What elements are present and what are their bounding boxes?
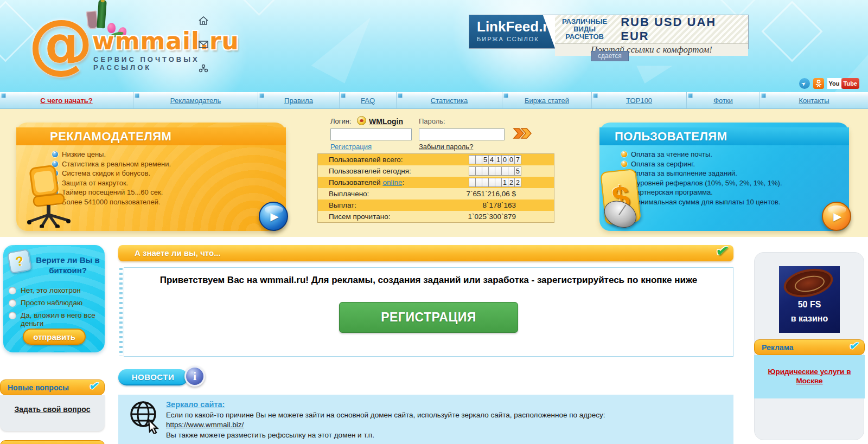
nav-bullet-icon bbox=[593, 93, 598, 98]
poll-widget: ? Верите ли Вы в биткоин? Нет, это лохот… bbox=[3, 245, 105, 352]
news-item: Зеркало сайта: Если по какой-то причине … bbox=[118, 395, 733, 444]
news-line2: Вы также можете разместить рефссылку на … bbox=[166, 431, 605, 439]
nav-item[interactable]: Фотки bbox=[686, 92, 760, 108]
champagne-bottle-icon bbox=[97, 0, 107, 28]
list-item: Минимальная сумма для выплаты 10 центов. bbox=[621, 197, 849, 207]
nav-item[interactable]: TOP100 bbox=[591, 92, 686, 108]
list-item: 5 уровней рефералов (10%, 5%, 2%, 1%, 1%… bbox=[621, 178, 849, 188]
nav-item[interactable]: Правила bbox=[258, 92, 339, 108]
advertisers-play-button[interactable] bbox=[259, 202, 288, 231]
nav-bullet-icon bbox=[688, 93, 693, 98]
forgot-password-link[interactable]: Забыли пароль? bbox=[419, 143, 473, 151]
legal-services-ad-link[interactable]: Юридические услуги в Москве bbox=[761, 367, 858, 385]
linkfeed-brand-subtitle: БИРЖА ССЫЛОК bbox=[477, 36, 555, 42]
logo-domain: wmmail.ru bbox=[92, 27, 239, 55]
radio-button[interactable] bbox=[9, 299, 16, 307]
nav-item[interactable]: Статистика bbox=[396, 92, 502, 108]
webmoney-icon bbox=[357, 116, 366, 125]
checkmark-icon: ✔ bbox=[88, 378, 101, 395]
list-item: Более 541000 пользователей. bbox=[52, 197, 286, 207]
radio-button[interactable] bbox=[9, 287, 16, 294]
stats-row: Выплат:8`178`163 bbox=[318, 200, 554, 211]
online-users-link[interactable]: online bbox=[382, 178, 402, 186]
nav-bullet-icon bbox=[761, 93, 766, 98]
nav-item[interactable]: Контакты bbox=[760, 92, 868, 108]
stats-row: Пользователей всего:541007 bbox=[318, 154, 554, 165]
password-input[interactable] bbox=[419, 128, 505, 140]
users-block: ПОЛЬЗОВАТЕЛЯМ Оплата за чтение почты.Опл… bbox=[599, 123, 849, 231]
logo-subtitle: СЕРВИС ПОЧТОВЫХ РАССЫЛОК bbox=[93, 55, 207, 72]
mirror-site-link[interactable]: https://www.wmmail.biz/ bbox=[166, 421, 244, 429]
poll-option[interactable]: Да, вложил в него все деньги bbox=[9, 311, 101, 327]
register-link[interactable]: Регистрация bbox=[330, 143, 372, 151]
sitemap-icon[interactable] bbox=[199, 64, 208, 73]
stats-label: Пользователей сегодня: bbox=[318, 167, 469, 175]
nav-item[interactable]: Биржа статей bbox=[502, 92, 591, 108]
dashed-border-decor bbox=[119, 268, 123, 356]
poll-option[interactable]: Просто наблюдаю bbox=[9, 299, 101, 307]
poll-submit-button[interactable]: отправить bbox=[23, 329, 86, 345]
radio-button[interactable] bbox=[9, 312, 16, 319]
envelope-decor-icon bbox=[242, 0, 277, 16]
linkfeed-feature-line2: ВИДЫ РАСЧЕТОВ bbox=[555, 25, 614, 41]
poll-question: Верите ли Вы в биткоин? bbox=[35, 255, 101, 275]
users-play-button[interactable] bbox=[822, 202, 851, 231]
linkfeed-tagline: Покупай ссылки с комфортом! bbox=[555, 43, 748, 56]
news-section-header[interactable]: НОВОСТИ bbox=[118, 369, 188, 385]
checkmark-icon: ✔ bbox=[848, 338, 861, 355]
ask-question-link[interactable]: Задать свой вопрос bbox=[15, 405, 91, 414]
stats-value: 8`178`163 bbox=[482, 201, 554, 209]
stats-label: Писем прочитано: bbox=[318, 213, 468, 221]
nav-item[interactable]: Рекламодатель bbox=[133, 92, 258, 108]
login-submit-arrow-button[interactable] bbox=[513, 125, 532, 141]
wmlogin-link[interactable]: WMLogin bbox=[369, 117, 403, 126]
nav-item[interactable]: FAQ bbox=[339, 92, 396, 108]
bullet-icon bbox=[621, 151, 627, 157]
new-questions-header[interactable]: Новые вопросы ✔ bbox=[0, 379, 105, 395]
casino-ad-banner[interactable]: 50 FS в казино bbox=[779, 266, 840, 333]
home-icon[interactable] bbox=[199, 16, 208, 25]
login-input[interactable] bbox=[330, 128, 412, 140]
arrow-decor-icon bbox=[636, 52, 674, 83]
linkfeed-ad-banner[interactable]: LinkFeed.ru БИРЖА ССЫЛОК РАЗЛИЧНЫЕ ВИДЫ … bbox=[469, 15, 749, 49]
list-item: Оплата за чтение почты. bbox=[621, 150, 849, 159]
bullet-icon bbox=[621, 161, 627, 167]
poll-option[interactable]: Нет, это лохотрон bbox=[9, 286, 101, 294]
news-title-link[interactable]: Зеркало сайта: bbox=[166, 400, 225, 409]
dollar-icon: $ bbox=[600, 169, 641, 225]
login-label: Логин: bbox=[330, 117, 352, 125]
wmmail-homepage: @ wmmail.ru СЕРВИС ПОЧТОВЫХ РАССЫЛОК Lin… bbox=[0, 0, 868, 444]
banner-slot-label[interactable]: сдается bbox=[591, 51, 629, 61]
site-logo[interactable]: @ wmmail.ru СЕРВИС ПОЧТОВЫХ РАССЫЛОК bbox=[28, 1, 207, 88]
list-item: Статистика в реальном времени. bbox=[52, 159, 286, 169]
arrow-decor-icon bbox=[311, 3, 378, 83]
list-item: Система скидок и бонусов. bbox=[52, 169, 286, 178]
list-item: Оплата за серфинг. bbox=[621, 159, 849, 169]
at-symbol-icon: @ bbox=[28, 5, 93, 81]
bullet-icon bbox=[52, 151, 58, 157]
nav-bullet-icon bbox=[341, 93, 346, 98]
reklama-panel: Юридические услуги в Москве bbox=[754, 355, 865, 398]
question-mark-icon: ? bbox=[7, 249, 32, 274]
linkfeed-brand-block: LinkFeed.ru БИРЖА ССЫЛОК bbox=[469, 15, 555, 48]
registration-button[interactable]: РЕГИСТРАЦИЯ bbox=[339, 302, 518, 333]
odnoklassniki-icon[interactable] bbox=[813, 78, 824, 89]
telegram-icon[interactable] bbox=[799, 78, 810, 89]
stats-label: Выплачено: bbox=[318, 190, 466, 198]
next-section-header-partial bbox=[0, 440, 105, 444]
users-title: ПОЛЬЗОВАТЕЛЯМ bbox=[599, 127, 849, 145]
stats-row: Пользователей сегодня:5 bbox=[318, 165, 554, 177]
password-label: Пароль: bbox=[419, 117, 445, 125]
stats-value: 541007 bbox=[469, 155, 554, 164]
stats-value: 1`025`300`879 bbox=[468, 213, 554, 221]
globe-cursor-icon bbox=[129, 400, 161, 434]
did-you-know-banner[interactable]: А знаете ли вы, что... ✔ bbox=[118, 245, 733, 261]
list-item: Оплата за выполнение заданий. bbox=[621, 169, 849, 178]
stats-label: Пользователей online: bbox=[318, 178, 469, 186]
login-form: Логин: WMLogin Пароль: Регистрация Забыл… bbox=[326, 114, 559, 148]
youtube-icon[interactable]: You Tube bbox=[827, 78, 859, 89]
stats-row: Пользователей online:122 bbox=[318, 177, 554, 188]
news-line1: Если по какой-то причине Вы не можете за… bbox=[166, 411, 605, 419]
nav-item[interactable]: С чего начать? bbox=[0, 92, 133, 108]
mail-icon[interactable] bbox=[199, 40, 208, 49]
